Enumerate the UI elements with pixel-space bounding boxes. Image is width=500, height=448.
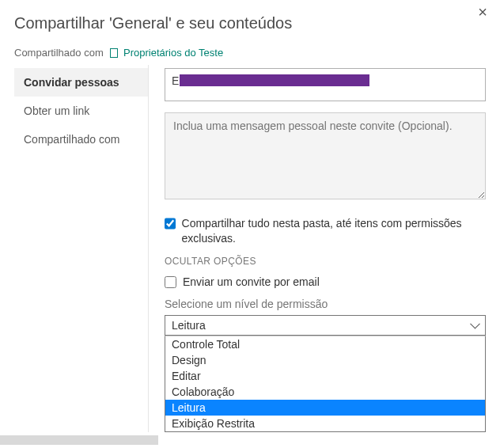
permission-option[interactable]: Design — [165, 352, 485, 368]
permission-label: Selecione um nível de permissão — [165, 298, 486, 310]
shared-with-label: Compartilhado com — [14, 47, 104, 59]
people-prefix: E — [172, 74, 179, 87]
send-email-checkbox[interactable] — [165, 276, 176, 288]
sidebar-item-shared[interactable]: Compartilhado com — [14, 125, 148, 154]
sidebar-item-link[interactable]: Obter um link — [14, 97, 148, 125]
shared-with-line: Compartilhado com Proprietários do Teste — [14, 47, 486, 59]
permission-option[interactable]: Editar — [165, 368, 485, 384]
message-textarea[interactable] — [165, 112, 486, 199]
send-email-row: Enviar um convite por email — [165, 275, 486, 290]
permission-select[interactable]: Leitura Controle Total Design Editar Col… — [165, 315, 486, 432]
close-button[interactable]: × — [473, 3, 492, 21]
sidebar: Convidar pessoas Obter um link Compartil… — [14, 65, 149, 432]
permission-option[interactable]: Controle Total — [165, 336, 485, 352]
people-chip-redacted — [180, 74, 369, 86]
send-email-label: Enviar um convite por email — [183, 275, 320, 290]
share-all-row: Compartilhar tudo nesta pasta, até itens… — [165, 216, 486, 246]
hide-options-link[interactable]: OCULTAR OPÇÕES — [165, 256, 486, 267]
main-pane: E Compartilhar tudo nesta pasta, até ite… — [165, 65, 486, 432]
sidebar-item-label: Obter um link — [24, 104, 89, 117]
share-dialog: × Compartilhar 'General' e seu conteúdos… — [0, 0, 500, 432]
sidebar-item-invite[interactable]: Convidar pessoas — [14, 68, 148, 97]
permission-option[interactable]: Colaboração — [165, 384, 485, 400]
permission-dropdown: Controle Total Design Editar Colaboração… — [165, 336, 486, 432]
footer-strip — [0, 435, 158, 445]
sidebar-item-label: Convidar pessoas — [24, 76, 119, 89]
share-all-checkbox[interactable] — [165, 218, 176, 230]
owners-link[interactable]: Proprietários do Teste — [123, 47, 223, 59]
sidebar-item-label: Compartilhado com — [24, 133, 119, 146]
dialog-title: Compartilhar 'General' e seu conteúdos — [14, 14, 486, 32]
permission-option[interactable]: Exibição Restrita — [165, 416, 485, 431]
page-icon — [110, 48, 118, 58]
share-all-label: Compartilhar tudo nesta pasta, até itens… — [182, 216, 486, 246]
permission-option[interactable]: Leitura — [165, 400, 485, 416]
people-input[interactable]: E — [165, 68, 486, 101]
permission-selected[interactable]: Leitura — [165, 315, 486, 336]
